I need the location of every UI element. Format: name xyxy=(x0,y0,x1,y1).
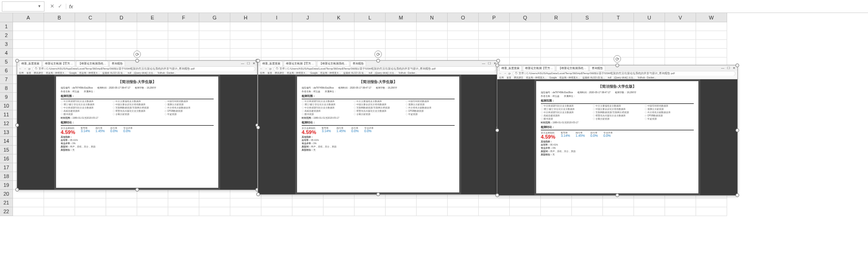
cell[interactable] xyxy=(696,31,727,40)
rotate-handle-icon[interactable]: ⟳ xyxy=(614,55,621,63)
nav-button[interactable]: → xyxy=(24,67,26,70)
cell[interactable] xyxy=(75,190,106,198)
bookmark[interactable]: Vulhub - Docker... xyxy=(399,71,417,74)
row-header[interactable]: 13 xyxy=(0,128,13,137)
cell[interactable] xyxy=(479,31,510,40)
cell[interactable] xyxy=(106,31,137,40)
cell[interactable] xyxy=(355,207,386,216)
embedded-image[interactable]: 维普_百度搜索维普论文检测【官方网站】-论文...【维普论文检测系统-大学生..… xyxy=(258,60,499,195)
resize-handle[interactable] xyxy=(496,59,500,63)
cell[interactable] xyxy=(417,207,448,216)
cell[interactable] xyxy=(417,198,448,207)
cell[interactable] xyxy=(572,198,603,207)
cell[interactable] xyxy=(75,49,106,57)
cell[interactable] xyxy=(417,22,448,31)
cell[interactable] xyxy=(199,207,230,216)
embedded-image[interactable]: 维普_百度搜索维普论文检测【官方网站】-论文...【维普论文检测系统-大学生..… xyxy=(17,60,258,190)
rotate-handle-icon[interactable]: ⟳ xyxy=(374,51,382,58)
resize-handle[interactable] xyxy=(256,192,260,196)
window-button[interactable]: — xyxy=(482,62,485,65)
resize-handle[interactable] xyxy=(256,126,260,129)
cell[interactable] xyxy=(417,40,448,49)
bookmark[interactable]: 在这局一种维度大... xyxy=(79,71,100,74)
cell[interactable] xyxy=(572,22,603,31)
resize-handle[interactable] xyxy=(495,193,499,197)
cell[interactable] xyxy=(634,207,665,216)
cell[interactable] xyxy=(168,22,199,31)
cell[interactable] xyxy=(603,31,634,40)
window-button[interactable]: ✕ xyxy=(253,62,255,65)
url-field[interactable]: ① 文件 | C:/Users/ASUS/AppData/Local/Temp/… xyxy=(32,66,255,71)
resize-handle[interactable] xyxy=(135,188,139,191)
cancel-icon[interactable]: ✕ xyxy=(50,3,54,9)
cell[interactable] xyxy=(323,40,355,49)
browser-tab[interactable]: 查询报告 xyxy=(109,61,125,66)
cell[interactable] xyxy=(44,40,75,49)
column-header[interactable]: A xyxy=(13,13,44,22)
accept-icon[interactable]: ✓ xyxy=(58,3,62,9)
cell[interactable] xyxy=(44,207,75,216)
cell[interactable] xyxy=(323,31,355,40)
cell[interactable] xyxy=(386,40,417,49)
column-header[interactable]: P xyxy=(479,13,510,22)
cell[interactable] xyxy=(479,198,510,207)
resize-handle[interactable] xyxy=(135,59,139,63)
cell[interactable] xyxy=(541,31,572,40)
row-header[interactable]: 22 xyxy=(0,207,13,216)
row-header[interactable]: 15 xyxy=(0,146,13,154)
column-header[interactable]: T xyxy=(603,13,634,22)
cell[interactable] xyxy=(168,49,199,57)
cell[interactable] xyxy=(261,49,292,57)
row-header[interactable]: 12 xyxy=(0,119,13,128)
bookmark[interactable]: 在这局一种维度大... xyxy=(287,71,307,74)
nav-button[interactable]: ← xyxy=(260,67,263,70)
cell[interactable] xyxy=(386,198,417,207)
window-button[interactable]: — xyxy=(721,66,724,70)
bookmark[interactable]: Google xyxy=(69,71,76,74)
cell[interactable] xyxy=(292,198,323,207)
row-header[interactable]: 7 xyxy=(0,75,13,84)
cell[interactable] xyxy=(386,49,417,57)
cell[interactable] xyxy=(230,198,261,207)
row-header[interactable]: 16 xyxy=(0,154,13,163)
cell[interactable] xyxy=(44,22,75,31)
cell[interactable] xyxy=(355,22,386,31)
embedded-image[interactable]: 维普_百度搜索维普论文检测【官方网站】-论文...【维普论文检测系统-大学生..… xyxy=(497,65,738,196)
cell[interactable] xyxy=(479,40,510,49)
bookmark[interactable]: 腾讯课堂 xyxy=(34,71,43,74)
cell[interactable] xyxy=(572,40,603,49)
cell[interactable] xyxy=(323,207,355,216)
browser-tab[interactable]: 维普_百度搜索 xyxy=(499,65,522,71)
cell[interactable] xyxy=(106,40,137,49)
cell[interactable] xyxy=(634,40,665,49)
cell[interactable] xyxy=(199,31,230,40)
resize-handle[interactable] xyxy=(15,188,19,191)
browser-tab[interactable]: 【维普论文检测系统-大学生... xyxy=(556,65,589,71)
cell[interactable] xyxy=(510,198,541,207)
resize-handle[interactable] xyxy=(376,59,380,63)
cell[interactable] xyxy=(137,31,168,40)
cell[interactable] xyxy=(13,31,44,40)
window-button[interactable]: ☐ xyxy=(727,66,730,70)
bookmark[interactable]: 腾讯课堂 xyxy=(514,76,523,79)
cell[interactable] xyxy=(292,40,323,49)
url-field[interactable]: ① 文件 | C:/Users/ASUS/AppData/Local/Temp/… xyxy=(513,71,735,76)
bookmark[interactable]: jQuery click() 方法... xyxy=(375,71,396,74)
column-header[interactable]: W xyxy=(696,13,727,22)
bookmark[interactable]: null xyxy=(608,76,612,79)
cell[interactable] xyxy=(199,40,230,49)
cell[interactable] xyxy=(355,198,386,207)
cell[interactable] xyxy=(634,49,665,57)
cell[interactable] xyxy=(13,40,44,49)
row-header[interactable]: 21 xyxy=(0,198,13,207)
column-header[interactable]: K xyxy=(323,13,355,22)
cell[interactable] xyxy=(541,198,572,207)
cell[interactable] xyxy=(386,207,417,216)
window-button[interactable]: ☐ xyxy=(247,62,250,65)
formula-input[interactable] xyxy=(76,1,868,12)
select-all-corner[interactable] xyxy=(0,13,13,22)
nav-button[interactable]: ← xyxy=(19,67,22,70)
cell[interactable] xyxy=(355,40,386,49)
cell[interactable] xyxy=(230,49,261,57)
column-header[interactable]: J xyxy=(292,13,323,22)
